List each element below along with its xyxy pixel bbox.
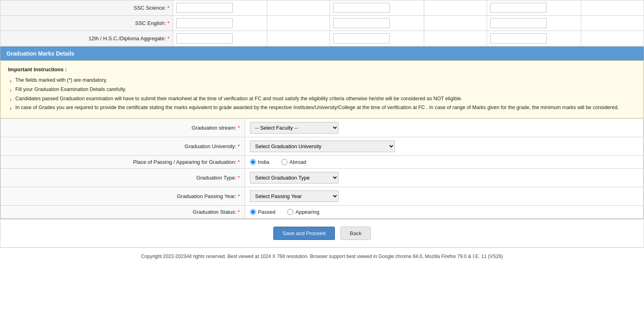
university-select[interactable]: Select Graduation University (250, 140, 395, 152)
place-abroad-label[interactable]: Abroad (281, 159, 306, 165)
ssc-empty-cell (581, 0, 644, 16)
ssc-marks-table: SSC Science: *SSC English: *12th / H.S.C… (0, 0, 644, 46)
place-abroad-text: Abroad (289, 159, 306, 165)
passing-year-row: Graduation Passing Year: * Select Passin… (1, 187, 644, 206)
status-label: Graduation Status: * (1, 206, 245, 219)
place-abroad-radio[interactable] (281, 159, 287, 165)
stream-label: Graduation stream: * (1, 119, 245, 137)
ssc-input[interactable] (176, 3, 233, 13)
type-row: Graduation Type: * Select Graduation Typ… (1, 169, 644, 187)
ssc-input-cell (487, 31, 581, 46)
status-passed-text: Passed (258, 209, 275, 215)
save-and-proceed-button[interactable]: Save and Proceed (273, 227, 335, 240)
instruction-item: In case of Grades you are required to pr… (8, 103, 636, 112)
place-india-label[interactable]: India (250, 159, 269, 165)
button-row: Save and Proceed Back (0, 219, 644, 248)
ssc-row: 12th / H.S.C./Diploma Aggregate: * (0, 31, 644, 46)
stream-value-cell: -- Select Faculty --ScienceCommerceArts (245, 119, 643, 137)
type-label: Graduation Type: * (1, 169, 245, 187)
ssc-empty-cell (267, 0, 330, 16)
place-row: Place of Passing / Appearing for Graduat… (1, 156, 644, 169)
status-passed-radio[interactable] (250, 209, 256, 215)
ssc-input[interactable] (176, 33, 233, 43)
ssc-input-cell (330, 31, 424, 46)
ssc-input[interactable] (333, 3, 390, 13)
instruction-item: Fill your Graduation Examination Details… (8, 85, 636, 94)
ssc-input[interactable] (333, 18, 390, 28)
place-india-text: India (258, 159, 269, 165)
ssc-empty-cell (424, 16, 487, 31)
ssc-input-cell (330, 0, 424, 16)
ssc-input[interactable] (490, 3, 547, 13)
section-header: Graduation Marks Details (0, 47, 644, 60)
status-appearing-radio[interactable] (287, 209, 293, 215)
status-row: Graduation Status: * Passed Appearing (1, 206, 644, 219)
ssc-empty-cell (581, 16, 644, 31)
university-row: Graduation University: * Select Graduati… (1, 137, 644, 156)
ssc-empty-cell (424, 0, 487, 16)
university-label: Graduation University: * (1, 137, 245, 156)
status-appearing-text: Appearing (295, 209, 319, 215)
place-radio-group: India Abroad (250, 159, 638, 165)
ssc-empty-cell (424, 31, 487, 46)
page-wrapper: SSC Science: *SSC English: *12th / H.S.C… (0, 0, 644, 314)
ssc-input-cell (173, 0, 267, 16)
ssc-input[interactable] (176, 18, 233, 28)
status-appearing-label[interactable]: Appearing (287, 209, 319, 215)
ssc-input[interactable] (490, 18, 547, 28)
passing-year-value-cell: Select Passing Year (245, 187, 643, 206)
status-value-cell: Passed Appearing (245, 206, 643, 219)
ssc-row-label: 12th / H.S.C./Diploma Aggregate: * (0, 31, 173, 46)
graduation-form-table: Graduation stream: * -- Select Faculty -… (0, 118, 644, 219)
instruction-item: The fields marked with (*) are mandatory… (8, 76, 636, 85)
instructions-title: Important Instructions : (8, 66, 636, 72)
ssc-empty-cell (267, 31, 330, 46)
ssc-empty-cell (581, 31, 644, 46)
type-select[interactable]: Select Graduation Type (250, 172, 339, 184)
ssc-input[interactable] (490, 33, 547, 43)
type-value-cell: Select Graduation Type (245, 169, 643, 187)
ssc-input-cell (330, 16, 424, 31)
passing-year-select[interactable]: Select Passing Year (250, 190, 339, 202)
section-title: Graduation Marks Details (6, 50, 74, 57)
page-footer: Copyright 2022-2023All rights reserved. … (0, 248, 644, 262)
passing-year-label: Graduation Passing Year: * (1, 187, 245, 206)
ssc-row: SSC English: * (0, 16, 644, 31)
back-button[interactable]: Back (341, 227, 371, 240)
ssc-row-label: SSC Science: * (0, 0, 173, 16)
place-value-cell: India Abroad (245, 156, 643, 169)
ssc-input-cell (173, 16, 267, 31)
status-passed-label[interactable]: Passed (250, 209, 275, 215)
ssc-row-label: SSC English: * (0, 16, 173, 31)
graduation-section: Graduation Marks Details Important Instr… (0, 46, 644, 219)
ssc-input[interactable] (333, 33, 390, 43)
stream-row: Graduation stream: * -- Select Faculty -… (1, 119, 644, 137)
place-india-radio[interactable] (250, 159, 256, 165)
stream-select[interactable]: -- Select Faculty --ScienceCommerceArts (250, 122, 339, 134)
ssc-row: SSC Science: * (0, 0, 644, 16)
university-value-cell: Select Graduation University (245, 137, 643, 156)
ssc-empty-cell (267, 16, 330, 31)
ssc-input-cell (173, 31, 267, 46)
ssc-input-cell (487, 0, 581, 16)
instructions-list: The fields marked with (*) are mandatory… (8, 76, 636, 112)
instructions-box: Important Instructions : The fields mark… (0, 60, 644, 118)
ssc-input-cell (487, 16, 581, 31)
instruction-item: Candidates passed Graduation examination… (8, 94, 636, 103)
footer-text: Copyright 2022-2023All rights reserved. … (141, 254, 503, 259)
status-radio-group: Passed Appearing (250, 209, 638, 215)
place-label: Place of Passing / Appearing for Graduat… (1, 156, 245, 169)
